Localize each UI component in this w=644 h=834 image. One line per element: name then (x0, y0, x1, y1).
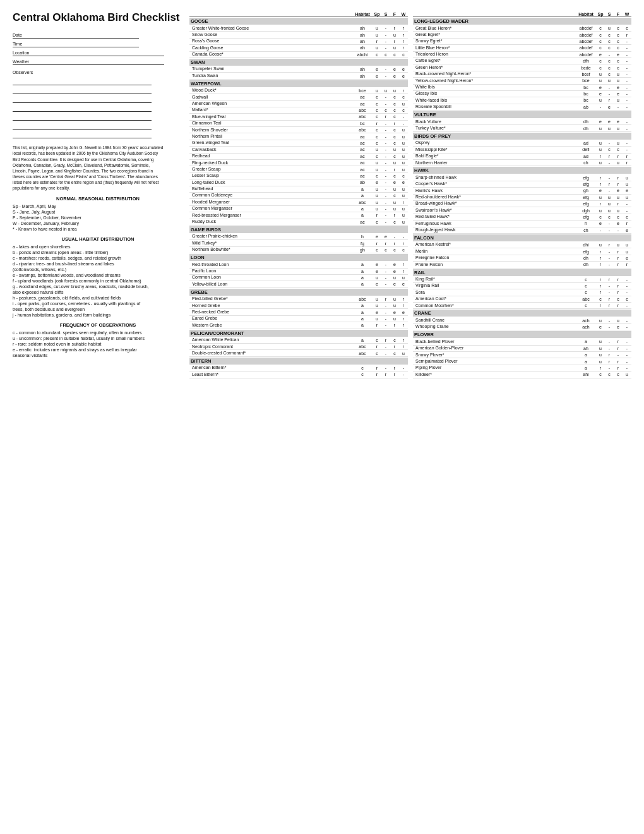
bird-row: Rough-legged Hawkch---e (413, 227, 631, 234)
bird-habitat: ab (576, 105, 596, 109)
bird-name: Yellow-crowned Night-Heron* (413, 78, 576, 83)
bird-row: Common Moorhen*crrr- (413, 303, 631, 309)
bird-name: Pacific Loon (189, 269, 352, 274)
bird-f: u (390, 207, 399, 211)
bird-sp: u (373, 317, 381, 321)
bird-s: - (605, 160, 614, 165)
bird-s: - (381, 344, 390, 349)
bird-row: Red-necked Grebeae-ee (189, 309, 408, 315)
bird-f: u (390, 45, 399, 50)
bird-w: u (399, 187, 408, 191)
bird-f: r (390, 121, 399, 126)
bird-sp: c (373, 141, 381, 145)
bird-f: u (614, 160, 623, 165)
bird-habitat: efg (576, 215, 596, 219)
habitat-h: h - pastures, grasslands, old fields, an… (13, 296, 183, 300)
bird-w: e (399, 67, 408, 71)
bird-f: r (614, 277, 623, 282)
bird-sp: r (373, 323, 381, 327)
bird-w: c (623, 26, 631, 30)
bird-sp: r (373, 344, 381, 349)
bird-s: - (605, 262, 614, 267)
bird-sp: c (373, 220, 381, 224)
bird-s: u (605, 202, 614, 206)
bird-habitat: c (576, 277, 596, 282)
frequency-header: FREQUENCY OF OBSERVATIONS (13, 322, 183, 328)
bird-s: r (605, 360, 614, 364)
bird-f: c (390, 95, 399, 99)
bird-sp: r (596, 290, 605, 294)
bird-s: - (381, 26, 390, 30)
bird-name: Red-necked Grebe (189, 310, 352, 315)
bird-w: u (623, 372, 631, 377)
bird-w: - (623, 277, 631, 282)
bird-w: - (623, 72, 631, 76)
bird-name: Horned Grebe (189, 303, 352, 308)
bird-name: Northern Shoveler (189, 128, 352, 133)
bird-f: r (614, 262, 623, 267)
category-row: BITTERN (189, 358, 408, 365)
bird-row: Ospreyadu-u- (413, 140, 631, 147)
bird-sp: u (596, 195, 605, 200)
checklist-right: Habitat Sp S F W LONG-LEGGED WADERGreat … (413, 11, 631, 378)
bird-sp: e (373, 282, 381, 286)
bird-name: Ferruginous Hawk (413, 221, 576, 226)
bird-f: r (614, 284, 623, 288)
bird-name: Cinnamon Teal (189, 121, 352, 126)
bird-name: American Coot* (413, 296, 576, 301)
bird-s: - (605, 346, 614, 351)
bird-habitat: dh (576, 119, 596, 124)
bird-row: Roseate Spoonbillab-e-- (413, 104, 631, 111)
bird-w: - (623, 318, 631, 323)
bird-s: - (381, 193, 390, 198)
bird-habitat: ahi (576, 372, 596, 377)
bird-f: u (390, 317, 399, 321)
col-header-f-right: F (614, 12, 623, 16)
col-header-s-right: S (605, 12, 614, 16)
bird-sp: r (596, 277, 605, 282)
category-row: LOON (189, 254, 408, 261)
bird-f: u (614, 243, 623, 247)
bird-sp: r (596, 262, 605, 267)
bird-name: Eared Grebe (189, 316, 352, 321)
bird-name: Northern Harrier (413, 160, 576, 166)
habitat-i2: trees, both deciduous and evergreen (13, 307, 183, 311)
habitat-g: g - woodland edges, cut-over brushy area… (13, 284, 183, 289)
bird-row: Wild Turkey*fgrrrr (189, 240, 408, 246)
bird-row: Lesser Scaupacc-cc (189, 173, 408, 179)
bird-f: - (614, 353, 623, 357)
bird-row: Great Egret*abcdefcccr (413, 32, 631, 38)
bird-sp: r (596, 284, 605, 288)
habitat-d2: (cottonwoods, willows, etc.) (13, 267, 183, 272)
bird-row: Semipalmated Ploveraurr- (413, 358, 631, 365)
bird-row: Red-breasted Merganserar-ru (189, 212, 408, 219)
bird-w: u (623, 176, 631, 180)
bird-s: - (605, 85, 614, 90)
bird-row: Ring-necked Duckacu-uu (189, 160, 408, 166)
bird-habitat: ah (352, 33, 373, 37)
category-row: GREBE (189, 289, 408, 296)
bird-s: - (381, 95, 390, 99)
bird-sp: c (596, 59, 605, 63)
bird-f: c (390, 52, 399, 57)
bird-f: c (390, 220, 399, 224)
bird-f: r (390, 366, 399, 370)
bird-habitat: ch (576, 228, 596, 233)
bird-sp: u (596, 126, 605, 131)
bird-w: - (623, 59, 631, 63)
col-header-sp-left: Sp (373, 12, 381, 16)
bird-s: r (605, 154, 614, 159)
bird-sp: e (373, 180, 381, 184)
bird-row: American Wigeonacc-cu (189, 101, 408, 107)
bird-f: e (390, 262, 399, 267)
bird-s: r (605, 182, 614, 186)
category-row: LONG-LEGGED WADER (413, 18, 631, 25)
bird-name: Greater Scaup (189, 167, 352, 172)
bird-name: Swainson's Hawk* (413, 208, 576, 213)
category-row: VULTURE (413, 111, 631, 118)
bird-habitat: gh (576, 188, 596, 193)
bird-w: u (399, 167, 408, 172)
bird-name: Pied-billed Grebe* (189, 296, 352, 301)
bird-name: Ruddy Duck (189, 219, 352, 224)
bird-sp: e (596, 325, 605, 329)
